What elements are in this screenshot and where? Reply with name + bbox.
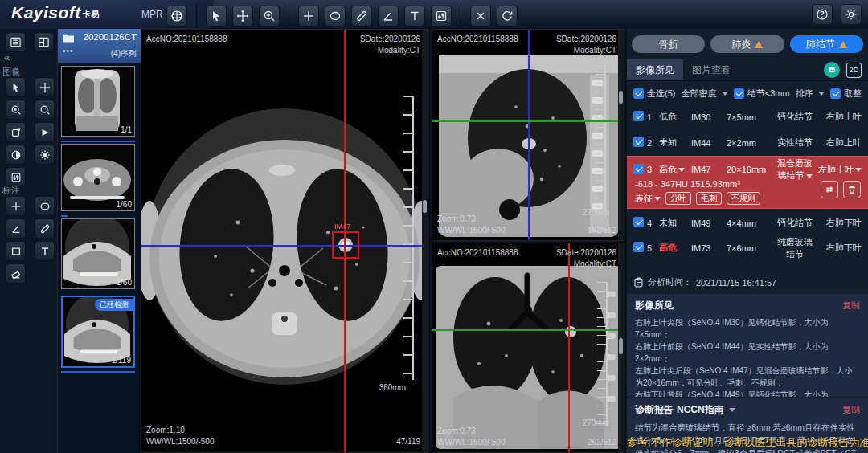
crosshair-tool-button[interactable] xyxy=(298,6,319,27)
sb-crosshair-button[interactable] xyxy=(6,196,26,216)
tag-irregular[interactable]: 不规则 xyxy=(727,192,760,205)
copy-findings-link[interactable]: 复制 xyxy=(842,300,860,312)
sb-ruler-button[interactable] xyxy=(35,218,55,239)
sb-pointer-button[interactable] xyxy=(6,77,26,97)
tab-pneumonia[interactable]: 肺炎 xyxy=(710,35,784,53)
coronal-scrollbar[interactable] xyxy=(618,243,624,452)
axial-viewport[interactable]: 360mm IM47 AccNO:202101158888 SDate:2020… xyxy=(141,29,428,453)
series-header[interactable]: 20200126CT ••• (4)序列 xyxy=(58,29,141,63)
collapse-sidebar-button[interactable]: « xyxy=(4,51,10,63)
2d-view-button[interactable]: 2D xyxy=(846,63,862,78)
tab-fracture[interactable]: 骨折 xyxy=(632,35,705,53)
axial-scrollbar[interactable] xyxy=(422,30,428,452)
checkbox[interactable] xyxy=(633,137,644,147)
compare-button[interactable] xyxy=(821,181,838,198)
checkbox[interactable] xyxy=(633,111,644,121)
chevron-down-icon xyxy=(729,408,735,412)
window-level-button[interactable] xyxy=(431,6,452,27)
nodule-row-1[interactable]: 1 低危 IM30 7×5mm 钙化结节 右肺上叶 xyxy=(627,104,868,129)
tag-spiculation[interactable]: 毛刺 xyxy=(696,192,722,205)
ellipse-tool-button[interactable] xyxy=(325,6,346,27)
2d-icon: 2D xyxy=(850,66,859,74)
series-list-button[interactable] xyxy=(6,32,26,52)
coronal-viewport[interactable]: 270mm AccNO:202101158888 SDate:20200126 … xyxy=(432,243,624,453)
axial-crosshair-horizontal[interactable] xyxy=(141,245,428,247)
coronal-scrollbar-thumb[interactable] xyxy=(619,338,623,354)
filter-round[interactable]: 取整 xyxy=(830,88,862,100)
layout-button[interactable] xyxy=(34,32,54,52)
pan-tool-button[interactable] xyxy=(232,6,253,27)
report-guideline[interactable]: NCCN指南 xyxy=(677,403,724,417)
pointer-tool-button[interactable] xyxy=(206,6,227,27)
delete-annotation-button[interactable] xyxy=(470,6,491,27)
checkbox[interactable] xyxy=(734,88,744,99)
top-toolbar: Kayisoft卡易 MPR xyxy=(0,0,868,29)
sb-eraser-button[interactable] xyxy=(6,263,26,284)
sb-magnify-button[interactable] xyxy=(35,100,55,120)
angle-tool-button[interactable] xyxy=(378,6,399,27)
filter-sort-dropdown[interactable]: 排序 xyxy=(796,88,825,100)
nodule-row-3-selected[interactable]: 3 高危 IM47 20×16mm 混合磨玻璃结节 左肺上叶 -618 - 34… xyxy=(627,156,868,209)
image-report-button[interactable] xyxy=(824,62,840,78)
settings-button[interactable] xyxy=(841,4,862,25)
chevron-down-icon xyxy=(654,197,661,201)
coronal-crosshair-horizontal[interactable] xyxy=(432,329,624,331)
checkbox[interactable] xyxy=(633,88,644,99)
checkbox[interactable] xyxy=(633,242,644,252)
nodule-row-5[interactable]: 5 高危 IM73 7×6mm 纯磨玻璃结节 右肺下叶 xyxy=(627,235,868,260)
findings-text: 右肺上叶尖段（SeNO.4 IM30）见钙化结节影，大小为7×5mm； 右肺上叶… xyxy=(627,314,868,397)
text-icon xyxy=(39,246,51,257)
sb-brightness-button[interactable] xyxy=(35,145,55,165)
sagittal-scrollbar[interactable] xyxy=(618,30,624,240)
sb-angle-button[interactable] xyxy=(6,218,26,239)
sagittal-viewport[interactable]: 270mm AccNO:202101158888 SDate:20200126 … xyxy=(432,29,624,241)
nodule-row-2[interactable]: 2 未知 IM44 2×2mm 实性结节 右肺上叶 xyxy=(627,130,868,155)
thumbnail-series2[interactable]: 1/60 xyxy=(61,144,135,211)
nodule-row-4[interactable]: 4 未知 IM49 4×4mm 钙化结节 右肺下叶 xyxy=(627,210,868,235)
sagittal-crosshair-horizontal[interactable] xyxy=(432,120,624,122)
nodule-location-dropdown[interactable]: 左肺上叶 xyxy=(813,164,862,176)
sb-zoom-in-button[interactable] xyxy=(6,100,26,120)
checkbox[interactable] xyxy=(633,217,644,227)
tag-lobulation[interactable]: 分叶 xyxy=(665,192,691,205)
copy-report-link[interactable]: 复制 xyxy=(842,404,860,416)
checkbox[interactable] xyxy=(830,88,841,99)
filter-select-all[interactable]: 全选(5) xyxy=(633,88,675,100)
sb-ellipse-button[interactable] xyxy=(35,196,55,216)
subtab-findings[interactable]: 影像所见 xyxy=(627,59,683,81)
nodule-risk-dropdown[interactable]: 高危 xyxy=(659,164,691,176)
nodule-type-dropdown[interactable]: 混合磨玻璃结节 xyxy=(776,157,813,182)
nodule-size: 7×5mm xyxy=(727,112,776,122)
mpr-label: MPR xyxy=(141,9,163,20)
thumbnail-series4-selected[interactable]: 已经检测 1/119 xyxy=(61,296,135,368)
delete-nodule-button[interactable] xyxy=(843,181,861,198)
text-tool-button[interactable] xyxy=(404,6,425,27)
sb-rotate-button[interactable] xyxy=(6,122,26,142)
tab-lung-nodule[interactable]: 肺结节 xyxy=(790,35,863,53)
feature-dropdown[interactable]: 表征 xyxy=(635,193,661,205)
axial-scrollbar-thumb[interactable] xyxy=(423,200,427,213)
series-more[interactable]: ••• xyxy=(63,47,74,55)
filter-small-nodule[interactable]: 结节<3mm xyxy=(734,88,790,100)
sagittal-scrollbar-thumb[interactable] xyxy=(619,91,623,104)
sb-pan-button[interactable] xyxy=(35,77,55,97)
thumbnail-scout[interactable]: 1/1 xyxy=(61,66,135,137)
thumbnail-series3[interactable]: 1/60 xyxy=(61,218,135,289)
help-button[interactable] xyxy=(812,4,833,25)
subtab-image-view[interactable]: 图片查看 xyxy=(683,59,739,81)
coronal-crosshair-vertical[interactable] xyxy=(568,243,570,452)
sagittal-crosshair-vertical[interactable] xyxy=(528,30,530,240)
checkbox[interactable] xyxy=(633,164,644,174)
ruler-tool-button[interactable] xyxy=(351,6,372,27)
sb-flip-button[interactable] xyxy=(35,122,55,142)
sb-rect-button[interactable] xyxy=(6,241,26,261)
nodule-roi-box[interactable] xyxy=(332,231,359,259)
panel-divider xyxy=(627,80,868,81)
sb-text-button[interactable] xyxy=(35,241,55,261)
reset-button[interactable] xyxy=(497,6,518,27)
sb-invert-button[interactable] xyxy=(6,145,26,165)
zoom-tool-button[interactable] xyxy=(259,6,280,27)
filter-label: 结节<3mm xyxy=(747,88,790,100)
mpr-button[interactable] xyxy=(166,6,187,27)
filter-density-dropdown[interactable]: 全部密度 xyxy=(682,88,728,100)
